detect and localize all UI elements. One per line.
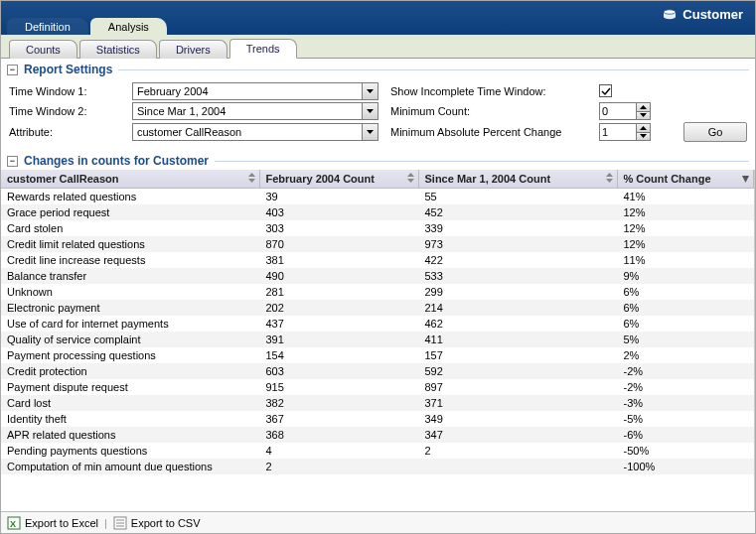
table-row[interactable]: Use of card for internet payments4374626… (1, 316, 754, 332)
export-csv-button[interactable]: Export to CSV (113, 516, 201, 530)
tab-trends[interactable]: Trends (229, 39, 297, 59)
chevron-down-icon (362, 103, 378, 119)
table-cell: 368 (259, 427, 418, 443)
table-cell: 299 (418, 284, 617, 300)
time-window-2-select[interactable]: Since Mar 1, 2004 (132, 102, 378, 120)
svg-marker-3 (367, 109, 374, 113)
tab-definition[interactable]: Definition (7, 18, 88, 36)
table-cell: 214 (418, 300, 617, 316)
table-cell: -3% (617, 395, 754, 411)
group-title: Changes in counts for Customer (24, 154, 209, 168)
svg-marker-7 (640, 126, 647, 130)
svg-marker-10 (248, 179, 255, 183)
table-row[interactable]: Rewards related questions395541% (1, 189, 754, 205)
table-row[interactable]: Card stolen30333912% (1, 220, 754, 236)
results-table: customer CallReason February 2004 Count (1, 170, 754, 474)
table-row[interactable]: Pending payments questions42-50% (1, 443, 754, 459)
export-excel-button[interactable]: X Export to Excel (7, 516, 98, 530)
min-pct-input[interactable] (600, 124, 636, 140)
tab-drivers[interactable]: Drivers (159, 40, 227, 59)
table-cell: 281 (259, 284, 418, 300)
svg-marker-14 (606, 179, 613, 183)
table-cell: Balance transfer (1, 268, 259, 284)
attribute-select[interactable]: customer CallReason (132, 123, 378, 141)
table-cell: 4 (259, 443, 418, 459)
collapse-toggle-icon[interactable]: − (7, 65, 18, 75)
table-cell: Payment dispute request (1, 379, 259, 395)
svg-marker-2 (367, 89, 374, 93)
table-row[interactable]: Credit protection603592-2% (1, 363, 754, 379)
tab-counts[interactable]: Counts (9, 40, 77, 59)
table-cell: 55 (418, 189, 617, 205)
tab-analysis[interactable]: Analysis (90, 18, 167, 36)
svg-marker-9 (248, 173, 255, 177)
collapse-toggle-icon[interactable]: − (7, 156, 18, 167)
table-cell: 422 (418, 252, 617, 268)
table-row[interactable]: Identity theft367349-5% (1, 411, 754, 427)
col-header-count1[interactable]: February 2004 Count (259, 170, 418, 189)
time-window-2-label: Time Window 2: (9, 105, 132, 117)
tab-label: Counts (26, 44, 61, 56)
table-cell: 382 (259, 395, 418, 411)
table-cell: 973 (418, 236, 617, 252)
table-cell: 12% (617, 204, 754, 220)
svg-text:X: X (10, 519, 16, 529)
table-cell: Quality of service complaint (1, 332, 259, 347)
table-cell: 2 (418, 443, 617, 459)
col-header-count2[interactable]: Since Mar 1, 2004 Count (418, 170, 617, 189)
table-cell: 381 (259, 252, 418, 268)
table-cell: 403 (259, 204, 418, 220)
table-row[interactable]: Electronic payment2022146% (1, 300, 754, 316)
col-header-label: customer CallReason (7, 173, 118, 185)
table-cell: -2% (617, 379, 754, 395)
table-cell: Card lost (1, 395, 259, 411)
spinner-down-icon[interactable] (637, 133, 650, 141)
divider (215, 161, 749, 162)
table-row[interactable]: Payment dispute request915897-2% (1, 379, 754, 395)
show-incomplete-checkbox[interactable] (599, 84, 612, 97)
svg-marker-15 (742, 176, 749, 183)
tab-statistics[interactable]: Statistics (79, 40, 157, 59)
col-header-callreason[interactable]: customer CallReason (1, 170, 259, 189)
table-row[interactable]: Card lost382371-3% (1, 395, 754, 411)
time-window-1-select[interactable]: February 2004 (132, 82, 378, 100)
sort-icon (407, 173, 414, 185)
spinner-up-icon[interactable] (637, 103, 650, 112)
table-cell: 11% (617, 252, 754, 268)
min-count-input[interactable] (600, 103, 636, 119)
tab-label: Trends (246, 43, 280, 55)
table-cell: 897 (418, 379, 617, 395)
min-pct-spinner[interactable] (599, 123, 651, 141)
secondary-tabbar: Counts Statistics Drivers Trends (1, 35, 755, 59)
go-button[interactable]: Go (683, 122, 747, 142)
table-cell: 154 (259, 347, 418, 363)
report-settings-form: Time Window 1: February 2004 Show Incomp… (1, 78, 755, 150)
table-row[interactable]: APR related questions368347-6% (1, 427, 754, 443)
database-icon (663, 9, 677, 21)
table-row[interactable]: Grace period request40345212% (1, 204, 754, 220)
table-cell: Identity theft (1, 411, 259, 427)
table-row[interactable]: Computation of min amount due questions2… (1, 459, 754, 474)
table-cell: 39 (259, 189, 418, 205)
export-toolbar: X Export to Excel | Export to CSV (1, 511, 755, 533)
svg-marker-8 (640, 134, 647, 138)
results-table-scroll[interactable]: customer CallReason February 2004 Count (1, 170, 755, 511)
spinner-up-icon[interactable] (637, 124, 650, 133)
col-header-pct[interactable]: % Count Change (617, 170, 754, 189)
table-cell: 12% (617, 220, 754, 236)
group-title: Report Settings (24, 63, 112, 76)
min-pct-label: Minimum Absolute Percent Change (390, 126, 599, 138)
table-row[interactable]: Quality of service complaint3914115% (1, 332, 754, 347)
sort-icon (606, 173, 613, 185)
export-csv-label: Export to CSV (131, 517, 201, 529)
spinner-down-icon[interactable] (637, 112, 650, 120)
table-row[interactable]: Unknown2812996% (1, 284, 754, 300)
chevron-down-icon (362, 83, 378, 99)
table-row[interactable]: Credit line increase requests38142211% (1, 252, 754, 268)
min-count-spinner[interactable] (599, 102, 651, 120)
col-header-label: February 2004 Count (266, 173, 375, 185)
table-row[interactable]: Credit limit related questions87097312% (1, 236, 754, 252)
table-row[interactable]: Balance transfer4905339% (1, 268, 754, 284)
table-row[interactable]: Payment processing questions1541572% (1, 347, 754, 363)
table-cell: 9% (617, 268, 754, 284)
